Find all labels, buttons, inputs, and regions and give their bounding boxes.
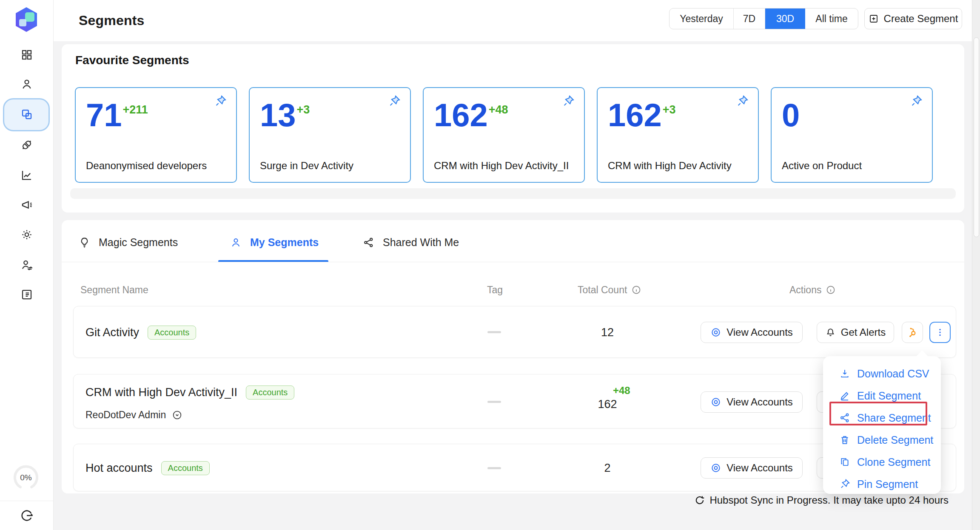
sidebar-item-user-sync[interactable] xyxy=(0,253,53,277)
kebab-menu-icon xyxy=(935,327,945,337)
view-accounts-button[interactable]: View Accounts xyxy=(701,457,803,479)
eye-target-icon xyxy=(710,462,721,473)
owner-status-icon xyxy=(172,410,182,420)
column-tag: Tag xyxy=(487,283,503,297)
edit-icon xyxy=(839,390,850,401)
create-segment-button[interactable]: Create Segment xyxy=(864,8,962,29)
pin-icon[interactable] xyxy=(910,95,923,108)
card-count: 71 xyxy=(86,99,122,131)
menu-item-share-segment[interactable]: Share Segment xyxy=(823,406,941,429)
total-count-value: 2 xyxy=(575,462,639,475)
segment-owner: ReoDotDev Admin xyxy=(85,408,182,422)
card-delta: +48 xyxy=(488,99,508,116)
sidebar-item-forms[interactable] xyxy=(0,283,53,306)
card-name: Active on Product xyxy=(782,160,862,172)
tag-empty-dash xyxy=(487,331,501,333)
segment-type-badge: Accounts xyxy=(161,461,210,475)
person-sync-icon xyxy=(20,258,33,271)
tab-label: My Segments xyxy=(250,236,319,249)
card-name: CRM with High Dev Activity_II xyxy=(434,160,569,172)
menu-item-label: Edit Segment xyxy=(857,390,921,402)
view-accounts-label: View Accounts xyxy=(726,462,793,474)
tabs-divider xyxy=(62,262,964,262)
tab-label: Magic Segments xyxy=(99,236,178,249)
view-accounts-button[interactable]: View Accounts xyxy=(701,322,803,343)
view-accounts-label: View Accounts xyxy=(726,396,793,408)
time-range-30d[interactable]: 30D xyxy=(765,9,805,29)
favourite-card[interactable]: 13+3 Surge in Dev Activity xyxy=(249,87,411,183)
logout-button[interactable] xyxy=(20,508,34,523)
person-icon xyxy=(230,237,242,248)
card-count: 13 xyxy=(260,99,296,131)
segment-name: CRM with High Dev Activity_II xyxy=(85,386,237,399)
get-alerts-label: Get Alerts xyxy=(841,326,886,338)
total-count-value: 162 xyxy=(575,398,639,411)
eye-target-icon xyxy=(710,327,721,338)
list-icon xyxy=(20,288,33,301)
hubspot-sync-button[interactable] xyxy=(902,322,923,343)
sidebar-item-analytics[interactable] xyxy=(0,163,53,187)
time-range-7d[interactable]: 7D xyxy=(734,9,765,29)
plus-square-icon xyxy=(869,14,879,24)
person-icon xyxy=(20,78,33,91)
column-actions: Actions xyxy=(789,283,836,297)
info-icon[interactable] xyxy=(631,285,641,295)
favourite-segments-section: Favourite Segments 71+211 Deanonymised d… xyxy=(62,44,964,213)
favourite-card[interactable]: 162+48 CRM with High Dev Activity_II xyxy=(423,87,585,183)
app-logo[interactable] xyxy=(14,6,39,33)
page-title: Segments xyxy=(79,0,145,41)
tab-my-segments[interactable]: My Segments xyxy=(230,232,319,252)
menu-item-label: Clone Segment xyxy=(857,456,930,468)
scrollbar-thumb[interactable] xyxy=(974,37,979,237)
card-name: CRM with High Dev Activity xyxy=(608,160,732,172)
pin-icon[interactable] xyxy=(736,95,749,108)
grid-icon xyxy=(20,48,33,61)
menu-item-label: Download CSV xyxy=(857,368,929,380)
bell-icon xyxy=(825,327,836,338)
menu-item-download-csv[interactable]: Download CSV xyxy=(823,362,941,385)
sidebar-item-dashboard[interactable] xyxy=(0,43,53,67)
pin-icon[interactable] xyxy=(214,95,227,108)
menu-item-clone-segment[interactable]: Clone Segment xyxy=(823,451,941,473)
view-accounts-button[interactable]: View Accounts xyxy=(701,391,803,413)
card-delta: +3 xyxy=(662,99,676,116)
menu-item-delete-segment[interactable]: Delete Segment xyxy=(823,428,941,451)
sync-refresh-icon xyxy=(694,495,705,506)
segment-name: Git Activity xyxy=(85,326,139,339)
favourites-title: Favourite Segments xyxy=(75,54,189,67)
row-context-menu: Download CSV Edit Segment Share Segment … xyxy=(823,356,941,494)
owner-name: ReoDotDev Admin xyxy=(85,409,166,421)
tab-shared-with-me[interactable]: Shared With Me xyxy=(363,232,459,252)
segments-icon xyxy=(20,108,33,121)
share-icon xyxy=(839,412,850,423)
sidebar-item-people[interactable] xyxy=(0,72,53,96)
card-delta xyxy=(800,99,801,103)
horizontal-scrollbar[interactable] xyxy=(70,188,956,199)
row-more-menu-button[interactable] xyxy=(929,322,951,343)
tag-empty-dash xyxy=(487,401,501,403)
tag-empty-dash xyxy=(487,467,501,469)
pin-icon[interactable] xyxy=(562,95,575,108)
sidebar-item-settings[interactable] xyxy=(0,223,53,247)
card-name: Deanonymised developers xyxy=(86,160,207,172)
card-name: Surge in Dev Activity xyxy=(260,160,353,172)
favourite-card[interactable]: 162+3 CRM with High Dev Activity xyxy=(597,87,759,183)
sidebar-item-campaigns[interactable] xyxy=(0,193,53,217)
pin-icon[interactable] xyxy=(388,95,401,108)
info-icon[interactable] xyxy=(826,285,836,295)
menu-item-pin-segment[interactable]: Pin Segment xyxy=(823,473,941,496)
sidebar-item-segments[interactable] xyxy=(0,102,53,126)
sidebar-item-integrations[interactable] xyxy=(0,133,53,157)
tab-magic-segments[interactable]: Magic Segments xyxy=(79,232,178,252)
segment-type-badge: Accounts xyxy=(246,385,294,400)
favourite-card[interactable]: 0 Active on Product xyxy=(771,87,933,183)
view-accounts-label: View Accounts xyxy=(726,326,793,338)
time-range-yesterday[interactable]: Yesterday xyxy=(669,9,734,29)
card-count: 0 xyxy=(782,99,800,131)
time-range-alltime[interactable]: All time xyxy=(805,9,858,29)
get-alerts-button[interactable]: Get Alerts xyxy=(817,322,894,343)
menu-item-edit-segment[interactable]: Edit Segment xyxy=(823,384,941,407)
lightbulb-icon xyxy=(79,237,90,248)
favourite-card[interactable]: 71+211 Deanonymised developers xyxy=(75,87,237,183)
usage-percentage: 0% xyxy=(13,465,39,490)
